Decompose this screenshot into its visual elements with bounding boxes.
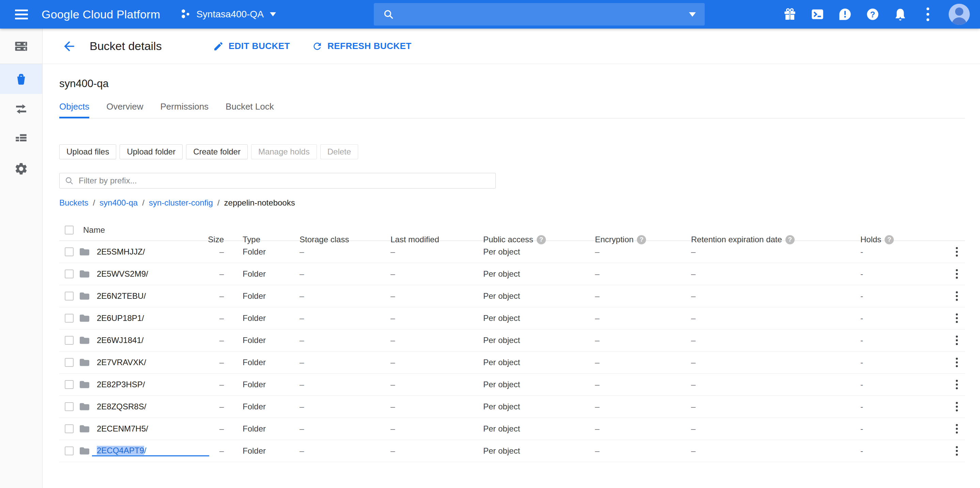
object-name-link[interactable]: 2ECQ4APT9/ bbox=[92, 446, 209, 456]
cell-encryption: – bbox=[595, 446, 691, 456]
folder-icon bbox=[79, 247, 92, 256]
row-menu-button[interactable] bbox=[954, 267, 960, 281]
cell-type: Folder bbox=[243, 314, 299, 323]
upload-files-button[interactable]: Upload files bbox=[59, 144, 116, 159]
sidebar-item-storage-product[interactable] bbox=[0, 29, 42, 64]
cell-retention: – bbox=[691, 247, 861, 257]
cell-public-access: Per object bbox=[483, 380, 595, 389]
search-bar[interactable] bbox=[374, 3, 705, 25]
sidebar-item-browser[interactable] bbox=[0, 64, 42, 94]
help-icon[interactable]: ? bbox=[866, 8, 880, 21]
row-checkbox[interactable] bbox=[65, 447, 73, 455]
cell-type: Folder bbox=[243, 269, 299, 279]
breadcrumb-separator: / bbox=[142, 198, 145, 208]
object-name-link[interactable]: 2E5WVS2M9/ bbox=[92, 269, 209, 279]
row-menu-button[interactable] bbox=[954, 245, 960, 259]
project-selector[interactable]: Syntasa400-QA bbox=[180, 8, 276, 20]
table-row[interactable]: 2ECQ4APT9/ – Folder – – Per object – – - bbox=[59, 440, 965, 462]
search-dropdown-icon[interactable] bbox=[689, 12, 696, 17]
top-bar: Google Cloud Platform Syntasa400-QA bbox=[0, 0, 980, 29]
help-icon[interactable]: ? bbox=[637, 235, 646, 244]
table-row[interactable]: 2E7VRAVXK/ – Folder – – Per object – – - bbox=[59, 352, 965, 374]
filter-input[interactable] bbox=[79, 176, 491, 185]
row-checkbox[interactable] bbox=[65, 247, 73, 256]
object-name-link[interactable]: 2E5SMHJJZ/ bbox=[92, 247, 209, 257]
table-row[interactable]: 2E5WVS2M9/ – Folder – – Per object – – - bbox=[59, 263, 965, 285]
tab-objects[interactable]: Objects bbox=[59, 101, 89, 118]
row-menu-button[interactable] bbox=[954, 311, 960, 325]
object-name-link[interactable]: 2E82P3HSP/ bbox=[92, 380, 209, 389]
help-icon[interactable]: ? bbox=[537, 235, 546, 244]
avatar[interactable] bbox=[949, 4, 970, 25]
table-body: 2E5SMHJJZ/ – Folder – – Per object – – -… bbox=[59, 241, 965, 462]
menu-icon[interactable] bbox=[15, 10, 28, 19]
transfer-appliance-icon bbox=[14, 132, 28, 146]
table-row[interactable]: 2E6WJ1841/ – Folder – – Per object – – - bbox=[59, 330, 965, 352]
cell-last-modified: – bbox=[390, 336, 483, 345]
table-row[interactable]: 2E6UP18P1/ – Folder – – Per object – – - bbox=[59, 307, 965, 330]
sidebar-item-transfer-appliance[interactable] bbox=[0, 124, 42, 154]
table-row[interactable]: 2ECENM7H5/ – Folder – – Per object – – - bbox=[59, 418, 965, 440]
row-menu-button[interactable] bbox=[954, 444, 960, 458]
row-checkbox[interactable] bbox=[65, 292, 73, 301]
column-size: Size bbox=[208, 235, 224, 244]
object-name-link[interactable]: 2E6N2TEBU/ bbox=[92, 291, 209, 301]
cloud-shell-icon[interactable] bbox=[811, 8, 824, 21]
tab-permissions[interactable]: Permissions bbox=[161, 101, 209, 118]
more-icon[interactable] bbox=[921, 8, 935, 21]
row-checkbox[interactable] bbox=[65, 425, 73, 433]
cell-size: – bbox=[220, 446, 224, 456]
row-checkbox[interactable] bbox=[65, 358, 73, 367]
object-name-link[interactable]: 2E8ZQSR8S/ bbox=[92, 402, 209, 412]
tab-overview[interactable]: Overview bbox=[106, 101, 143, 118]
cell-last-modified: – bbox=[390, 314, 483, 323]
row-menu-button[interactable] bbox=[954, 333, 960, 347]
row-menu-button[interactable] bbox=[954, 289, 960, 303]
row-menu-button[interactable] bbox=[954, 356, 960, 369]
breadcrumb-link-buckets[interactable]: Buckets bbox=[59, 198, 88, 208]
edit-bucket-button[interactable]: EDIT BUCKET bbox=[213, 41, 290, 52]
search-icon bbox=[383, 8, 394, 20]
help-icon[interactable]: ? bbox=[786, 235, 795, 244]
upload-folder-button[interactable]: Upload folder bbox=[119, 144, 183, 159]
breadcrumb: Buckets / syn400-qa / syn-cluster-config… bbox=[59, 198, 965, 208]
breadcrumb-link-syn-cluster-config[interactable]: syn-cluster-config bbox=[149, 198, 213, 208]
folder-icon bbox=[79, 358, 92, 367]
notifications-icon[interactable] bbox=[893, 8, 907, 21]
table-row[interactable]: 2E8ZQSR8S/ – Folder – – Per object – – - bbox=[59, 396, 965, 418]
row-checkbox[interactable] bbox=[65, 336, 73, 345]
row-menu-button[interactable] bbox=[954, 400, 960, 414]
row-menu-button[interactable] bbox=[954, 422, 960, 436]
cell-public-access: Per object bbox=[483, 314, 595, 323]
header-checkbox[interactable] bbox=[65, 226, 73, 234]
table-row[interactable]: 2E82P3HSP/ – Folder – – Per object – – - bbox=[59, 374, 965, 396]
object-name-link[interactable]: 2E7VRAVXK/ bbox=[92, 358, 209, 367]
sidebar-item-transfer[interactable] bbox=[0, 94, 42, 124]
feedback-icon[interactable] bbox=[838, 8, 852, 21]
table-row[interactable]: 2E6N2TEBU/ – Folder – – Per object – – - bbox=[59, 285, 965, 307]
gift-icon[interactable] bbox=[783, 8, 797, 21]
tab-bucket-lock[interactable]: Bucket Lock bbox=[226, 101, 274, 118]
column-storage-class: Storage class bbox=[299, 235, 390, 244]
create-folder-button[interactable]: Create folder bbox=[186, 144, 248, 159]
object-name-link[interactable]: 2E6UP18P1/ bbox=[92, 314, 209, 323]
object-name-link[interactable]: 2ECENM7H5/ bbox=[92, 424, 209, 434]
row-menu-button[interactable] bbox=[954, 378, 960, 391]
back-button[interactable] bbox=[62, 39, 77, 54]
help-icon[interactable]: ? bbox=[885, 235, 894, 244]
breadcrumb-link-syn400-qa[interactable]: syn400-qa bbox=[100, 198, 138, 208]
row-checkbox[interactable] bbox=[65, 269, 73, 278]
row-checkbox[interactable] bbox=[65, 380, 73, 389]
row-checkbox[interactable] bbox=[65, 402, 73, 411]
cell-type: Folder bbox=[243, 424, 299, 434]
column-retention-label: Retention expiration date bbox=[691, 235, 782, 244]
cell-public-access: Per object bbox=[483, 336, 595, 345]
refresh-bucket-button[interactable]: REFRESH BUCKET bbox=[312, 41, 412, 52]
cell-type: Folder bbox=[243, 358, 299, 367]
filter-box[interactable] bbox=[59, 173, 496, 189]
object-name-link[interactable]: 2E6WJ1841/ bbox=[92, 336, 209, 345]
cell-holds: - bbox=[861, 336, 942, 345]
cell-encryption: – bbox=[595, 314, 691, 323]
row-checkbox[interactable] bbox=[65, 314, 73, 323]
sidebar-item-settings[interactable] bbox=[0, 154, 42, 184]
